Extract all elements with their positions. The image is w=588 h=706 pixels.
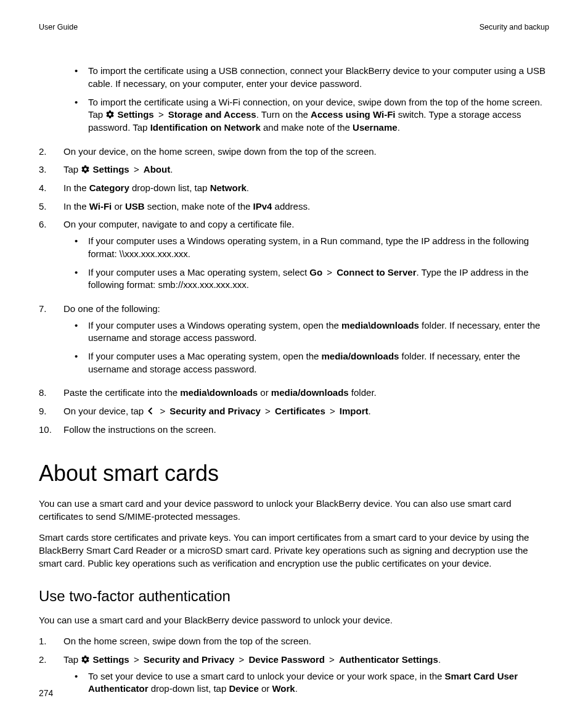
- step-text: In the Wi-Fi or USB section, make note o…: [63, 200, 549, 213]
- section-heading: About smart cards: [39, 458, 549, 489]
- gear-icon: [81, 165, 90, 174]
- list-item: 2. Tap Settings > Security and Privacy >…: [39, 654, 549, 701]
- bullet-icon: •: [75, 319, 88, 332]
- running-headers: User Guide Security and backup: [39, 22, 549, 33]
- list-item: • To import the certificate using a USB …: [75, 65, 549, 90]
- step-number: 7.: [39, 303, 63, 316]
- step-text: Paste the certificate into the media\dow…: [63, 387, 549, 400]
- bullet-text: If your computer uses a Mac operating sy…: [88, 266, 549, 292]
- list-item: 7. Do one of the following: • If your co…: [39, 303, 549, 381]
- list-item: 4. In the Category drop-down list, tap N…: [39, 182, 549, 195]
- bullet-text: To import the certificate using a Wi-Fi …: [88, 96, 549, 134]
- list-item: 8. Paste the certificate into the media\…: [39, 387, 549, 400]
- page-number: 274: [39, 688, 53, 699]
- bullet-text: If your computer uses a Windows operatin…: [88, 319, 549, 345]
- gear-icon: [81, 655, 90, 664]
- bullet-text: To import the certificate using a USB co…: [88, 65, 549, 90]
- bullet-icon: •: [75, 670, 88, 683]
- list-item: • If your computer uses a Windows operat…: [75, 319, 549, 345]
- step-number: 1.: [39, 635, 63, 648]
- bullet-text: If your computer uses a Mac operating sy…: [88, 350, 549, 376]
- step-number: 10.: [39, 424, 63, 437]
- list-item: • To import the certificate using a USB …: [39, 61, 549, 139]
- bullet-icon: •: [75, 65, 88, 78]
- procedure-list: 1. On the home screen, swipe down from t…: [39, 635, 549, 701]
- list-item: 3. Tap Settings > About.: [39, 163, 549, 176]
- step-text: On the home screen, swipe down from the …: [63, 635, 549, 648]
- bullet-text: If your computer uses a Windows operatin…: [88, 235, 549, 260]
- list-item: 9. On your device, tap > Security and Pr…: [39, 405, 549, 418]
- step-number: 8.: [39, 387, 63, 400]
- step-number: 9.: [39, 405, 63, 418]
- list-item: • To import the certificate using a Wi-F…: [75, 96, 549, 134]
- step-number: 3.: [39, 163, 63, 176]
- step-text: Tap Settings > Security and Privacy > De…: [63, 654, 549, 667]
- subsection-heading: Use two-factor authentication: [39, 586, 549, 606]
- step-text: In the Category drop-down list, tap Netw…: [63, 182, 549, 195]
- list-item: 10. Follow the instructions on the scree…: [39, 424, 549, 437]
- sub-bullet-list: • If your computer uses a Windows operat…: [75, 235, 549, 292]
- gear-icon: [105, 110, 115, 119]
- bullet-icon: •: [75, 266, 88, 279]
- step-number: 2.: [39, 146, 63, 158]
- step-number: 6.: [39, 218, 63, 231]
- step-text: On your device, on the home screen, swip…: [63, 146, 549, 158]
- list-item: • If your computer uses a Windows operat…: [75, 235, 549, 260]
- bullet-icon: •: [75, 235, 88, 248]
- list-item: • To set your device to use a smart card…: [75, 670, 549, 696]
- header-left: User Guide: [39, 22, 78, 33]
- procedure-list: • To import the certificate using a USB …: [39, 61, 549, 436]
- list-item: • If your computer uses a Mac operating …: [75, 350, 549, 376]
- step-number: 5.: [39, 200, 63, 213]
- body-paragraph: Smart cards store certificates and priva…: [39, 532, 549, 570]
- list-item: 2. On your device, on the home screen, s…: [39, 146, 549, 158]
- sub-bullet-list: • To import the certificate using a USB …: [75, 65, 549, 134]
- header-right: Security and backup: [480, 22, 549, 33]
- step-text: On your computer, navigate to and copy a…: [63, 218, 549, 231]
- sub-bullet-list: • To set your device to use a smart card…: [75, 670, 549, 696]
- list-item: 6. On your computer, navigate to and cop…: [39, 218, 549, 297]
- sub-bullet-list: • If your computer uses a Windows operat…: [75, 319, 549, 376]
- bullet-icon: •: [75, 350, 88, 363]
- step-text: On your device, tap > Security and Priva…: [63, 405, 549, 418]
- step-text: Follow the instructions on the screen.: [63, 424, 549, 437]
- body-paragraph: You can use a smart card and your BlackB…: [39, 614, 549, 627]
- document-page: User Guide Security and backup • To impo…: [0, 0, 588, 706]
- step-number: 2.: [39, 654, 63, 667]
- bullet-icon: •: [75, 96, 88, 109]
- step-number: 4.: [39, 182, 63, 195]
- chevron-left-icon: [146, 406, 155, 416]
- step-text: Tap Settings > About.: [63, 163, 549, 176]
- bullet-text: To set your device to use a smart card t…: [88, 670, 549, 696]
- body-paragraph: You can use a smart card and your device…: [39, 498, 549, 523]
- list-item: 1. On the home screen, swipe down from t…: [39, 635, 549, 648]
- list-item: • If your computer uses a Mac operating …: [75, 266, 549, 292]
- step-text: Do one of the following:: [63, 303, 549, 316]
- list-item: 5. In the Wi-Fi or USB section, make not…: [39, 200, 549, 213]
